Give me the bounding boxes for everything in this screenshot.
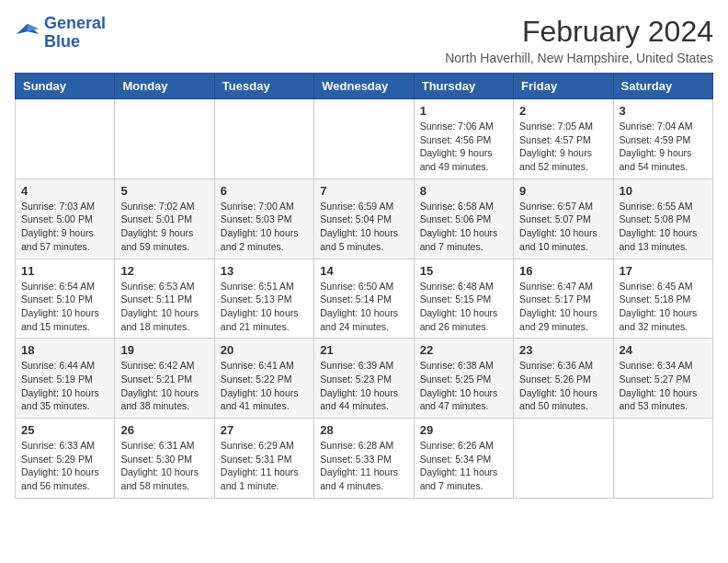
day-number: 25 <box>21 423 108 437</box>
day-number: 5 <box>120 184 208 198</box>
month-title: February 2024 <box>445 15 713 49</box>
day-info: Sunrise: 6:54 AM Sunset: 5:10 PM Dayligh… <box>21 280 108 334</box>
weekday-header: Friday <box>514 74 613 99</box>
day-info: Sunrise: 6:42 AM Sunset: 5:21 PM Dayligh… <box>120 359 208 413</box>
day-number: 10 <box>620 184 707 198</box>
location: North Haverhill, New Hampshire, United S… <box>445 51 713 65</box>
calendar-cell <box>314 99 414 179</box>
day-number: 7 <box>320 184 407 198</box>
calendar-cell: 24Sunrise: 6:34 AM Sunset: 5:27 PM Dayli… <box>613 339 712 419</box>
day-info: Sunrise: 6:55 AM Sunset: 5:08 PM Dayligh… <box>620 200 707 254</box>
calendar-cell: 9Sunrise: 6:57 AM Sunset: 5:07 PM Daylig… <box>514 178 613 259</box>
day-number: 18 <box>21 343 108 357</box>
calendar-cell: 26Sunrise: 6:31 AM Sunset: 5:30 PM Dayli… <box>115 419 214 499</box>
day-info: Sunrise: 6:50 AM Sunset: 5:14 PM Dayligh… <box>320 280 407 334</box>
day-info: Sunrise: 6:48 AM Sunset: 5:15 PM Dayligh… <box>420 280 507 334</box>
calendar-cell: 16Sunrise: 6:47 AM Sunset: 5:17 PM Dayli… <box>514 259 613 339</box>
day-number: 19 <box>120 343 208 357</box>
calendar-cell: 12Sunrise: 6:53 AM Sunset: 5:11 PM Dayli… <box>115 259 214 339</box>
logo: General Blue <box>15 15 106 52</box>
day-number: 3 <box>620 104 707 118</box>
calendar-cell <box>115 99 214 179</box>
calendar-cell <box>613 419 712 499</box>
weekday-header: Tuesday <box>214 74 313 99</box>
calendar-week-row: 11Sunrise: 6:54 AM Sunset: 5:10 PM Dayli… <box>16 259 713 339</box>
weekday-header: Saturday <box>613 74 712 99</box>
title-area: February 2024 North Haverhill, New Hamps… <box>445 15 713 65</box>
day-number: 12 <box>120 264 208 278</box>
day-number: 26 <box>120 423 208 437</box>
day-info: Sunrise: 6:57 AM Sunset: 5:07 PM Dayligh… <box>519 200 607 254</box>
day-info: Sunrise: 6:51 AM Sunset: 5:13 PM Dayligh… <box>221 280 308 334</box>
day-number: 11 <box>21 264 108 278</box>
day-info: Sunrise: 6:33 AM Sunset: 5:29 PM Dayligh… <box>21 439 108 493</box>
day-info: Sunrise: 6:59 AM Sunset: 5:04 PM Dayligh… <box>320 200 407 254</box>
day-number: 16 <box>519 264 607 278</box>
day-number: 17 <box>620 264 707 278</box>
day-number: 29 <box>420 423 507 437</box>
logo-text: General Blue <box>44 15 106 52</box>
calendar-cell: 14Sunrise: 6:50 AM Sunset: 5:14 PM Dayli… <box>314 259 414 339</box>
calendar-cell: 1Sunrise: 7:06 AM Sunset: 4:56 PM Daylig… <box>414 99 513 179</box>
calendar: SundayMondayTuesdayWednesdayThursdayFrid… <box>15 73 713 499</box>
calendar-cell: 25Sunrise: 6:33 AM Sunset: 5:29 PM Dayli… <box>16 419 115 499</box>
calendar-cell: 22Sunrise: 6:38 AM Sunset: 5:25 PM Dayli… <box>414 339 513 419</box>
day-number: 1 <box>420 104 507 118</box>
day-info: Sunrise: 6:44 AM Sunset: 5:19 PM Dayligh… <box>21 359 108 413</box>
day-info: Sunrise: 7:04 AM Sunset: 4:59 PM Dayligh… <box>620 120 707 174</box>
weekday-header: Monday <box>115 74 214 99</box>
calendar-cell <box>16 99 115 179</box>
day-info: Sunrise: 6:45 AM Sunset: 5:18 PM Dayligh… <box>620 280 707 334</box>
day-number: 14 <box>320 264 407 278</box>
day-info: Sunrise: 7:02 AM Sunset: 5:01 PM Dayligh… <box>120 200 208 254</box>
day-info: Sunrise: 7:00 AM Sunset: 5:03 PM Dayligh… <box>221 200 308 254</box>
calendar-cell: 2Sunrise: 7:05 AM Sunset: 4:57 PM Daylig… <box>514 99 613 179</box>
weekday-header: Wednesday <box>314 74 414 99</box>
calendar-cell <box>214 99 313 179</box>
calendar-cell: 11Sunrise: 6:54 AM Sunset: 5:10 PM Dayli… <box>16 259 115 339</box>
day-number: 13 <box>221 264 308 278</box>
day-info: Sunrise: 6:53 AM Sunset: 5:11 PM Dayligh… <box>120 280 208 334</box>
logo-icon <box>15 20 40 46</box>
calendar-week-row: 18Sunrise: 6:44 AM Sunset: 5:19 PM Dayli… <box>16 339 713 419</box>
calendar-cell: 4Sunrise: 7:03 AM Sunset: 5:00 PM Daylig… <box>16 178 115 259</box>
day-info: Sunrise: 6:38 AM Sunset: 5:25 PM Dayligh… <box>420 359 507 413</box>
header: General Blue February 2024 North Haverhi… <box>15 15 713 65</box>
day-info: Sunrise: 6:26 AM Sunset: 5:34 PM Dayligh… <box>420 439 507 493</box>
day-number: 24 <box>620 343 707 357</box>
weekday-header-row: SundayMondayTuesdayWednesdayThursdayFrid… <box>16 74 713 99</box>
day-info: Sunrise: 6:47 AM Sunset: 5:17 PM Dayligh… <box>519 280 607 334</box>
calendar-cell: 21Sunrise: 6:39 AM Sunset: 5:23 PM Dayli… <box>314 339 414 419</box>
day-number: 9 <box>519 184 607 198</box>
calendar-cell: 27Sunrise: 6:29 AM Sunset: 5:31 PM Dayli… <box>214 419 313 499</box>
day-number: 6 <box>221 184 308 198</box>
day-number: 21 <box>320 343 407 357</box>
day-info: Sunrise: 6:36 AM Sunset: 5:26 PM Dayligh… <box>519 359 607 413</box>
day-info: Sunrise: 7:06 AM Sunset: 4:56 PM Dayligh… <box>420 120 507 174</box>
day-info: Sunrise: 6:41 AM Sunset: 5:22 PM Dayligh… <box>221 359 308 413</box>
calendar-cell: 15Sunrise: 6:48 AM Sunset: 5:15 PM Dayli… <box>414 259 513 339</box>
day-info: Sunrise: 6:28 AM Sunset: 5:33 PM Dayligh… <box>320 439 407 493</box>
day-number: 23 <box>519 343 607 357</box>
day-info: Sunrise: 6:31 AM Sunset: 5:30 PM Dayligh… <box>120 439 208 493</box>
day-number: 8 <box>420 184 507 198</box>
day-info: Sunrise: 7:05 AM Sunset: 4:57 PM Dayligh… <box>519 120 607 174</box>
calendar-cell: 18Sunrise: 6:44 AM Sunset: 5:19 PM Dayli… <box>16 339 115 419</box>
calendar-cell: 5Sunrise: 7:02 AM Sunset: 5:01 PM Daylig… <box>115 178 214 259</box>
day-number: 15 <box>420 264 507 278</box>
calendar-cell: 10Sunrise: 6:55 AM Sunset: 5:08 PM Dayli… <box>613 178 712 259</box>
day-info: Sunrise: 6:39 AM Sunset: 5:23 PM Dayligh… <box>320 359 407 413</box>
day-number: 20 <box>221 343 308 357</box>
weekday-header: Sunday <box>16 74 115 99</box>
calendar-cell <box>514 419 613 499</box>
day-number: 2 <box>519 104 607 118</box>
calendar-cell: 23Sunrise: 6:36 AM Sunset: 5:26 PM Dayli… <box>514 339 613 419</box>
weekday-header: Thursday <box>414 74 513 99</box>
day-info: Sunrise: 6:29 AM Sunset: 5:31 PM Dayligh… <box>221 439 308 493</box>
calendar-cell: 17Sunrise: 6:45 AM Sunset: 5:18 PM Dayli… <box>613 259 712 339</box>
calendar-cell: 6Sunrise: 7:00 AM Sunset: 5:03 PM Daylig… <box>214 178 313 259</box>
calendar-cell: 8Sunrise: 6:58 AM Sunset: 5:06 PM Daylig… <box>414 178 513 259</box>
calendar-cell: 28Sunrise: 6:28 AM Sunset: 5:33 PM Dayli… <box>314 419 414 499</box>
day-number: 4 <box>21 184 108 198</box>
day-number: 28 <box>320 423 407 437</box>
